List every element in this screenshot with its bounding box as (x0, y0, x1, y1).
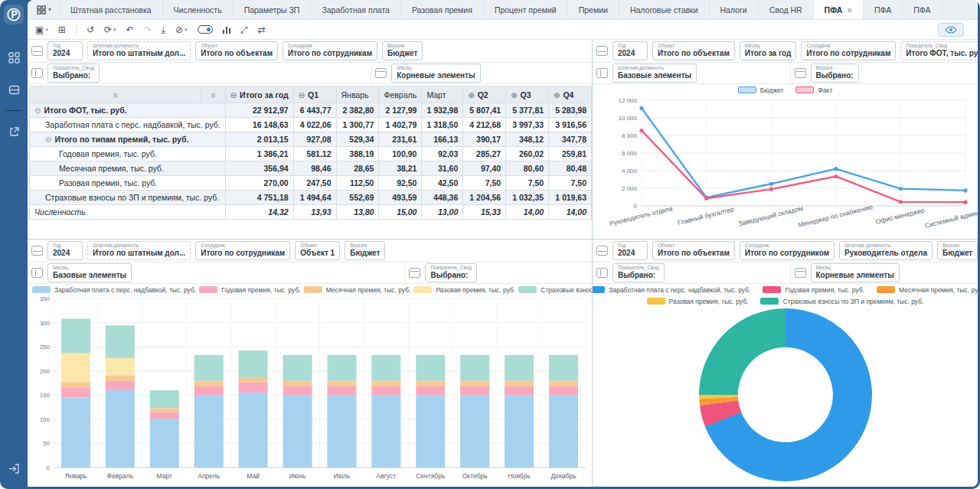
tab-Налоговые ставки-7[interactable]: Налоговые ставки (619, 0, 710, 19)
legend-item[interactable]: Страховые взносы по ЗП и премиям, тыс. р… (518, 286, 592, 294)
tab-Заработная плата-3[interactable]: Заработная плата (311, 0, 401, 19)
swap-icon[interactable]: ⇄ (258, 25, 266, 34)
filter-chip-god[interactable]: Год2024 (47, 41, 83, 60)
filter-chip-sotrudnik[interactable]: СотрудникИтого по сотрудником (740, 241, 835, 260)
tab-launcher-button[interactable]: ▾ (28, 0, 60, 19)
filter-chip-god[interactable]: Год2024 (612, 241, 648, 260)
legend-item[interactable]: Страховые взносы по ЗП и премиям, тыс. р… (760, 298, 923, 305)
legend-item[interactable]: Годовая премия, тыс. руб. (199, 286, 301, 294)
filter-chip-sotrudnik[interactable]: СотрудникИтого по сотрудникам (801, 41, 896, 60)
collapse-icon[interactable]: ⊖ (299, 91, 305, 99)
filter-chip-obekt[interactable]: ОбъектИтого по объектам (652, 41, 735, 60)
legend-item[interactable]: Заработная плата с перс. надбавкой, тыс.… (593, 286, 750, 294)
fullscreen-icon[interactable]: ⤢ (240, 25, 248, 34)
column-header-Q2[interactable]: ⊕Q2 (463, 86, 506, 103)
apps-grid-icon[interactable] (4, 47, 24, 67)
tab-ПФА-12[interactable]: ПФА (903, 0, 942, 19)
filter-chip-label: Версия (350, 243, 380, 249)
filter-chip-shtatnaya-dolzhnost[interactable]: Штатная должностьИтого по штатным дол... (87, 41, 191, 60)
filter-chip-mesyac[interactable]: МесяцКорневые элементы (811, 263, 900, 282)
filter-chip-pokazatel-svod[interactable]: Показатель_СводВыбрано: (425, 263, 477, 282)
tab-label: Налоги (720, 5, 747, 15)
tab-ПФА-11[interactable]: ПФА (864, 0, 903, 19)
table-menu-icon[interactable]: ≡ (30, 86, 201, 103)
column-header-Q1[interactable]: ⊖Q1 (293, 86, 336, 103)
line-chart[interactable]: 02 0004 0006 0008 00010 00012 000Руковод… (593, 96, 978, 238)
filter-chip-obekt[interactable]: ОбъектИтого по объектам (652, 241, 735, 260)
filter-chip-pokazatel-svod[interactable]: Показатель_СводВыбрано: (612, 263, 665, 282)
chart-mode-icon[interactable] (223, 25, 231, 34)
legend-item[interactable]: Месячная премия, тыс. руб. (877, 286, 978, 294)
filter-chip-shtatnaya-dolzhnost[interactable]: Штатная должностьБазовые элементы (612, 64, 697, 83)
column-header-Февраль[interactable]: Февраль (379, 86, 422, 103)
tab-close-icon[interactable]: × (847, 5, 851, 15)
save-icon[interactable]: ▣▾ (35, 25, 48, 34)
refresh-icon[interactable]: ⟳▾ (104, 25, 116, 34)
cell-value: 347,78 (549, 132, 592, 147)
filter-chip-obekt[interactable]: ОбъектИтого по объектам (195, 41, 278, 60)
eye-icon[interactable] (938, 23, 964, 37)
expand-icon[interactable]: ⊕ (468, 91, 474, 99)
line-chart-legend: БюджетФакт (593, 84, 978, 96)
redo-icon[interactable]: ↷ (144, 25, 152, 34)
history-icon[interactable]: ↺ (87, 25, 94, 34)
stacked-bar-chart[interactable]: 050100150200250300350ЯнварьФевральМартАп… (28, 295, 592, 486)
column-header-Март[interactable]: Март (422, 86, 463, 103)
toggle-pill (198, 25, 213, 34)
clear-filter-icon[interactable]: ⊘▾ (175, 25, 188, 34)
toggle-switch-icon[interactable] (198, 25, 213, 34)
filter-chip-label: Версия (942, 243, 972, 249)
filter-chip-god[interactable]: Год2024 (47, 241, 83, 260)
filter-chip-versiya[interactable]: ВерсияБюджет (937, 241, 978, 260)
tab-Свод HR-9[interactable]: Свод HR (759, 0, 814, 19)
tab-Численность-1[interactable]: Численность (163, 0, 234, 19)
tab-Разовая премия-4[interactable]: Разовая премия (401, 0, 484, 19)
column-header-Январь[interactable]: Январь (336, 86, 379, 103)
filter-chip-mesyac[interactable]: МесяцКорневые элементы (391, 64, 480, 83)
tab-Премии-6[interactable]: Премии (568, 0, 619, 19)
filter-chip-mesyac[interactable]: МесяцИтого за год (740, 41, 797, 60)
svg-text:10 000: 10 000 (619, 115, 638, 122)
filter-chip-shtatnaya-dolzhnost[interactable]: Штатная должностьИтого по штатным дол... (87, 241, 191, 260)
donut-chart[interactable] (699, 308, 872, 481)
legend-item[interactable]: Заработная плата с перс. надбавкой, тыс.… (32, 286, 196, 294)
pivot-table[interactable]: ≡≡⊖Итого за год⊖Q1ЯнварьФевральМарт⊕Q2⊕Q… (29, 86, 592, 220)
filter-chip-versiya[interactable]: ВерсияБюджет (345, 241, 385, 260)
logout-icon[interactable] (4, 458, 24, 478)
expand-window-icon[interactable] (4, 122, 24, 142)
filter-chip-versiya[interactable]: ВерсияБюджет (382, 41, 423, 60)
legend-item[interactable]: Разовая премия, тыс. руб. (413, 286, 515, 294)
column-header-Q4[interactable]: ⊕Q4 (549, 86, 592, 103)
expand-icon[interactable]: ⊕ (511, 91, 517, 99)
legend-item-Бюджет[interactable]: Бюджет (738, 86, 784, 94)
filter-chip-shtatnaya-dolzhnost[interactable]: Штатная должностьРуководитель отдела (839, 241, 933, 260)
filter-chip-pokazatel-svod[interactable]: Показатель_СводИтого ФОТ, тыс. руб. (900, 41, 978, 60)
database-icon[interactable] (4, 80, 24, 99)
legend-item[interactable]: Месячная премия, тыс. руб. (304, 286, 411, 294)
table-menu-icon[interactable]: ≡ (201, 86, 226, 103)
tab-Процент премий-5[interactable]: Процент премий (484, 0, 568, 19)
download-icon[interactable]: ⤓ (162, 25, 165, 34)
tab-ПФА-10[interactable]: ПФА× (814, 0, 864, 19)
filter-chip-pokazatel-svod[interactable]: Показатель_СводВыбрано: (47, 64, 100, 83)
collapse-icon[interactable]: ⊖ (34, 106, 41, 115)
collapse-icon[interactable]: ⊖ (230, 91, 237, 99)
filter-chip-obekt[interactable]: ОбъектОбъект 1 (295, 241, 340, 260)
tab-Параметры ЗП-2[interactable]: Параметры ЗП (234, 0, 312, 19)
tab-Налоги-8[interactable]: Налоги (710, 0, 759, 19)
filter-chip-sotrudnik[interactable]: СотрудникИтого по сотрудникам (283, 41, 377, 60)
legend-item[interactable]: Разовая премия, тыс. руб. (647, 298, 749, 305)
undo-icon[interactable]: ↶ (126, 25, 134, 34)
expand-icon[interactable]: ⊕ (554, 91, 560, 99)
filter-chip-god[interactable]: Год2024 (612, 41, 648, 60)
column-header-Итого за год[interactable]: ⊖Итого за год (225, 86, 293, 103)
legend-item[interactable]: Годовая премия, тыс. руб. (763, 286, 864, 294)
filter-chip-versiya[interactable]: ВерсияВыбрано: (811, 64, 859, 83)
column-header-Q3[interactable]: ⊕Q3 (506, 86, 549, 103)
legend-item-Факт[interactable]: Факт (795, 86, 832, 94)
tab-Штатная расстановка-0[interactable]: Штатная расстановка (60, 0, 163, 19)
filter-chip-sotrudnik[interactable]: СотрудникИтого по сотрудникам (195, 241, 290, 260)
add-view-icon[interactable]: ⊞ (58, 25, 66, 34)
collapse-icon[interactable]: ⊖ (45, 135, 51, 144)
filter-chip-mesyac[interactable]: МесяцБазовые элементы (47, 263, 132, 282)
